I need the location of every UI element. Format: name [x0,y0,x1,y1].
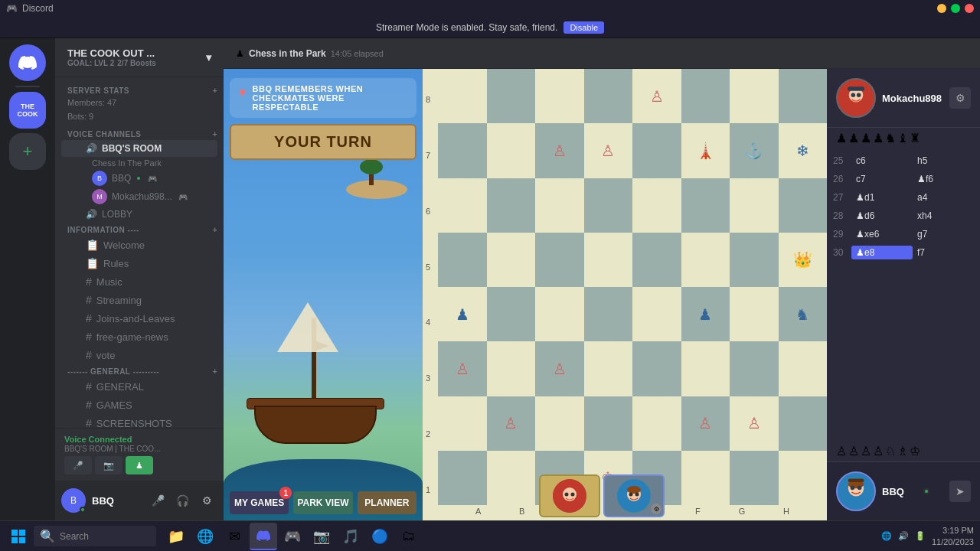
channel-rules[interactable]: 📋 Rules [61,254,217,272]
chess-board[interactable]: ♙♙♙🗼⚓❄👑♟♟♞♙♙♙♙♙♔ [438,69,827,505]
board-square[interactable] [779,69,828,123]
video-button[interactable]: 📷 [95,456,122,474]
board-square[interactable] [730,233,779,287]
server-header[interactable]: THE COOK OUT ... GOAL: LVL 2 2/7 Boosts … [55,38,224,77]
move-26-black[interactable]: ♟f6 [913,172,974,186]
taskbar-app-spotify[interactable]: 🎵 [337,523,364,550]
move-25-white[interactable]: c6 [851,154,913,168]
taskbar-app-explorer[interactable]: 📁 [162,523,190,550]
disable-streamer-mode-button[interactable]: Disable [564,21,604,34]
board-square[interactable] [681,451,730,505]
board-square[interactable] [681,233,730,287]
thumb-bbq[interactable]: ⚙ [603,474,665,517]
board-square[interactable] [730,178,779,233]
start-button[interactable] [6,524,31,549]
taskbar-app-game[interactable]: 🎮 [279,523,306,550]
taskbar-app-discord[interactable] [250,523,277,550]
board-square[interactable] [487,341,536,396]
channel-music[interactable]: # Music [61,272,217,291]
move-28-white[interactable]: ♟d6 [851,209,913,223]
board-square[interactable] [584,233,633,287]
move-25-black[interactable]: h5 [913,154,974,168]
mute-button[interactable]: 🎤 [64,456,92,474]
information-category[interactable]: INFORMATION ---- + [55,223,224,236]
send-button[interactable]: ➤ [949,481,971,502]
voice-channels-category[interactable]: VOICE CHANNELS + [55,127,224,140]
board-square[interactable] [632,396,681,451]
server-icon-add[interactable]: + [9,133,46,170]
board-square[interactable] [438,178,487,233]
chess-activity-button[interactable]: ♟ [126,456,153,474]
server-icon-cook-out[interactable]: THECOOK [9,92,46,129]
channel-free-games[interactable]: # free-game-news [61,328,217,346]
board-square[interactable] [535,396,584,451]
board-square[interactable]: ♙ [681,396,730,451]
board-square[interactable] [632,233,681,287]
park-view-button[interactable]: PARK VIEW [293,491,352,514]
thumb-mokachu[interactable] [539,474,600,517]
board-square[interactable] [535,69,584,123]
headphones-button[interactable]: 🎧 [172,490,193,511]
channel-games[interactable]: # GAMES [61,396,217,414]
board-square[interactable] [632,341,681,396]
board-square[interactable]: ♙ [438,341,487,396]
board-square[interactable] [632,287,681,341]
board-square[interactable]: 🗼 [681,123,730,178]
channel-vote[interactable]: # vote [61,346,217,364]
settings-gear-button[interactable]: ⚙ [949,87,971,109]
board-square[interactable]: ♙ [632,69,681,123]
board-square[interactable]: ♟ [438,287,487,341]
move-27-black[interactable]: a4 [913,191,974,204]
board-square[interactable] [681,341,730,396]
board-square[interactable] [730,69,779,123]
board-square[interactable] [438,123,487,178]
board-square[interactable]: ♙ [730,396,779,451]
board-square[interactable] [584,178,633,233]
board-square[interactable] [438,69,487,123]
add-info-channel-icon[interactable]: + [213,226,217,234]
taskbar-app-camera[interactable]: 📷 [308,523,335,550]
board-square[interactable] [487,69,536,123]
board-square[interactable] [535,178,584,233]
channel-welcome[interactable]: 📋 Welcome [61,236,217,254]
board-square[interactable] [438,396,487,451]
board-square[interactable]: ♞ [779,287,828,341]
board-square[interactable] [487,451,536,505]
board-square[interactable] [584,287,633,341]
move-29-black[interactable]: g7 [913,227,974,241]
board-square[interactable] [632,178,681,233]
board-square[interactable] [779,178,828,233]
board-square[interactable]: ♙ [487,396,536,451]
board-square[interactable] [487,123,536,178]
board-square[interactable] [584,396,633,451]
board-square[interactable] [535,287,584,341]
lobby-voice-channel[interactable]: 🔊 LOBBY [61,206,217,223]
board-square[interactable] [487,178,536,233]
minimize-button[interactable] [937,4,946,13]
board-square[interactable] [584,69,633,123]
board-square[interactable] [730,287,779,341]
board-square[interactable]: 👑 [779,233,828,287]
board-square[interactable]: ❄ [779,123,828,178]
move-29-white[interactable]: ♟xe6 [851,227,913,241]
board-square[interactable] [438,233,487,287]
add-voice-channel-icon[interactable]: + [213,130,217,139]
taskbar-app-edge[interactable]: 🌐 [191,523,219,550]
board-square[interactable] [438,451,487,505]
move-30-black[interactable]: f7 [913,246,974,259]
planner-button[interactable]: PLANNER [358,491,416,514]
discord-home-icon[interactable] [9,44,46,81]
board-square[interactable]: ⚓ [730,123,779,178]
board-square[interactable] [535,233,584,287]
move-27-white[interactable]: ♟d1 [851,191,913,204]
channel-screenshots[interactable]: # SCREENSHOTS [61,414,217,428]
board-square[interactable] [681,69,730,123]
add-general-channel-icon[interactable]: + [213,367,217,376]
board-square[interactable] [487,233,536,287]
board-square[interactable] [487,287,536,341]
board-square[interactable] [779,451,828,505]
board-square[interactable] [584,341,633,396]
board-square[interactable] [681,178,730,233]
channel-streaming[interactable]: # Streaming [61,291,217,309]
board-square[interactable]: ♙ [535,341,584,396]
